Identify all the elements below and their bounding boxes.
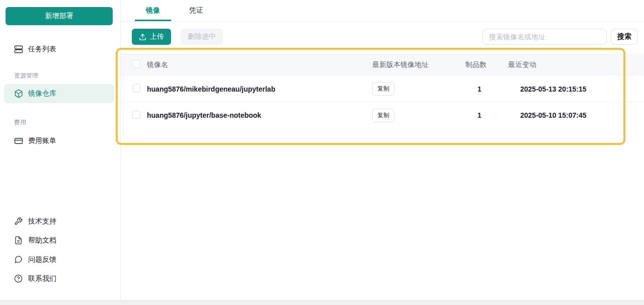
sidebar-item-support[interactable]: 技术支持 bbox=[0, 212, 120, 231]
sidebar-item-label: 联系我们 bbox=[28, 274, 56, 283]
sidebar-item-label: 费用账单 bbox=[28, 136, 56, 145]
image-name: huang5876/mikebirdgeneau/jupyterlab bbox=[147, 85, 372, 93]
row-checkbox[interactable] bbox=[132, 111, 140, 119]
upload-icon bbox=[139, 33, 146, 41]
sidebar-item-label: 技术支持 bbox=[28, 217, 56, 226]
table-row: huang5876/jupyter/base-notebook 复制 1 202… bbox=[121, 102, 644, 128]
images-table: 镜像名 最新版本镜像地址 制品数 最近变动 huang5876/mikebird… bbox=[121, 53, 644, 128]
column-header-last-modified: 最近变动 bbox=[508, 60, 644, 69]
column-header-image-name: 镜像名 bbox=[147, 60, 372, 69]
package-icon bbox=[14, 89, 23, 98]
sidebar-item-contact[interactable]: 联系我们 bbox=[0, 269, 120, 288]
wrench-icon bbox=[14, 217, 23, 226]
credit-card-icon bbox=[14, 136, 23, 145]
toolbar-right: 搜索 bbox=[482, 29, 638, 45]
toolbar: 上传 删除选中 搜索 bbox=[121, 29, 644, 45]
chat-bubble-icon bbox=[14, 255, 23, 264]
sidebar: 新增部署 任务列表 资源管理 镜像仓库 费用 费用账单 bbox=[0, 0, 121, 300]
upload-button[interactable]: 上传 bbox=[132, 29, 171, 45]
upload-button-label: 上传 bbox=[150, 32, 164, 41]
artifact-count: 1 bbox=[465, 85, 508, 93]
artifact-count: 1 bbox=[465, 111, 508, 119]
table-row: huang5876/mikebirdgeneau/jupyterlab 复制 1… bbox=[121, 76, 644, 102]
horizontal-scrollbar[interactable] bbox=[0, 300, 644, 305]
sidebar-item-image-repo[interactable]: 镜像仓库 bbox=[4, 84, 114, 103]
header-checkbox-cell bbox=[121, 60, 147, 69]
select-all-checkbox[interactable] bbox=[132, 60, 140, 68]
last-modified: 2025-05-10 15:07:45 bbox=[508, 111, 644, 119]
copy-address-cell: 复制 bbox=[372, 109, 465, 122]
search-input[interactable] bbox=[482, 29, 607, 45]
sidebar-item-label: 任务列表 bbox=[28, 45, 56, 54]
sidebar-item-feedback[interactable]: 问题反馈 bbox=[0, 250, 120, 269]
delete-selected-button[interactable]: 删除选中 bbox=[181, 29, 223, 45]
tab-images[interactable]: 镜像 bbox=[135, 0, 171, 21]
copy-address-cell: 复制 bbox=[372, 82, 465, 96]
sidebar-section-billing: 费用 bbox=[14, 118, 120, 127]
copy-button[interactable]: 复制 bbox=[372, 109, 394, 122]
tab-credentials[interactable]: 凭证 bbox=[178, 0, 214, 21]
image-name: huang5876/jupyter/base-notebook bbox=[147, 111, 372, 119]
help-circle-icon bbox=[14, 274, 23, 283]
sidebar-section-resources: 资源管理 bbox=[14, 71, 120, 80]
sidebar-item-label: 帮助文档 bbox=[28, 236, 56, 245]
sidebar-item-task-list[interactable]: 任务列表 bbox=[0, 39, 120, 59]
column-header-latest-address: 最新版本镜像地址 bbox=[372, 60, 465, 69]
copy-button[interactable]: 复制 bbox=[372, 82, 394, 96]
new-deploy-button[interactable]: 新增部署 bbox=[6, 7, 113, 25]
sidebar-footer: 技术支持 帮助文档 问题反馈 联系我们 bbox=[0, 212, 120, 300]
row-checkbox-cell bbox=[121, 111, 147, 120]
main-content: 镜像 凭证 上传 删除选中 搜索 bbox=[121, 0, 644, 300]
row-checkbox[interactable] bbox=[132, 84, 140, 92]
toolbar-left: 上传 删除选中 bbox=[132, 29, 223, 45]
column-header-artifact-count: 制品数 bbox=[465, 60, 508, 69]
sidebar-item-help-docs[interactable]: 帮助文档 bbox=[0, 231, 120, 250]
tabbar: 镜像 凭证 bbox=[121, 0, 644, 22]
app-window: 新增部署 任务列表 资源管理 镜像仓库 费用 费用账单 bbox=[0, 0, 644, 300]
sidebar-item-billing[interactable]: 费用账单 bbox=[0, 131, 120, 151]
document-icon bbox=[14, 236, 23, 245]
table-header-row: 镜像名 最新版本镜像地址 制品数 最近变动 bbox=[121, 53, 644, 76]
row-checkbox-cell bbox=[121, 84, 147, 94]
task-list-icon bbox=[14, 45, 23, 54]
last-modified: 2025-05-13 20:15:15 bbox=[508, 85, 644, 93]
sidebar-item-label: 问题反馈 bbox=[28, 255, 56, 264]
sidebar-item-label: 镜像仓库 bbox=[28, 89, 56, 98]
search-button[interactable]: 搜索 bbox=[611, 29, 638, 45]
